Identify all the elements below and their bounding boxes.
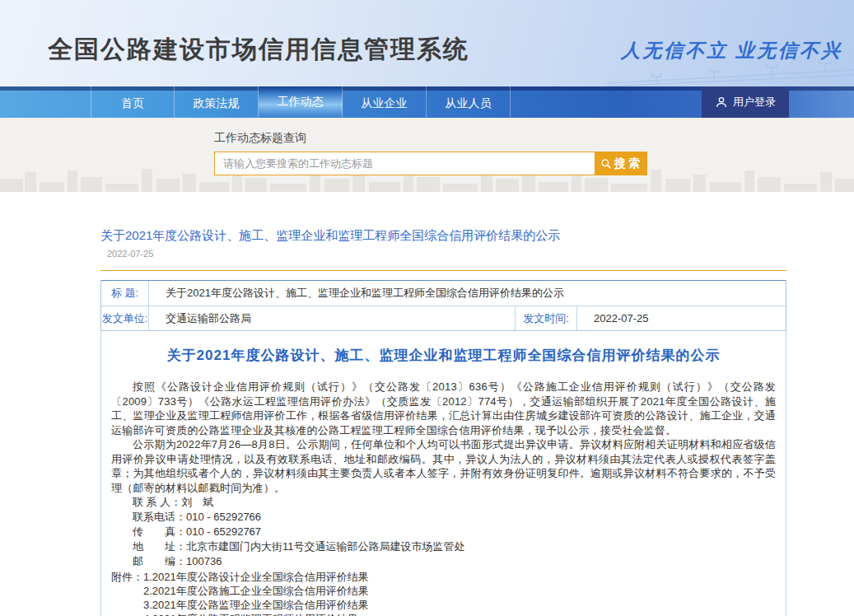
attachment-item: 4.2021年度公路工程监理工程师信用评价结果 (111, 612, 776, 616)
article-heading: 关于2021年度公路设计、施工、监理企业和监理工程师全国综合信用评价结果的公示 (111, 346, 776, 365)
user-login-label: 用户登录 (733, 95, 776, 110)
nav-tab-enterprises[interactable]: 从业企业 (343, 86, 427, 118)
user-login-button[interactable]: 用户登录 (702, 86, 789, 118)
article-paragraph: 按照《公路设计企业信用评价规则（试行）》（交公路发〔2013〕636号）《公路施… (111, 380, 776, 437)
nav-tab-work-news[interactable]: 工作动态 (259, 86, 343, 118)
nav-tab-policies[interactable]: 政策法规 (175, 86, 259, 118)
contact-phone: 联系电话：010 - 65292766 (111, 510, 776, 525)
search-button-label: 搜索 (614, 156, 642, 171)
search-button[interactable]: 搜索 (595, 152, 647, 175)
search-icon (600, 158, 612, 170)
search-label: 工作动态标题查询 (214, 131, 675, 146)
attachment-item: 2.2021年度公路施工企业全国综合信用评价结果 (111, 584, 776, 598)
site-title: 全国公路建设市场信用信息管理系统 (48, 33, 469, 67)
user-icon (715, 96, 728, 109)
article-paragraph: 公示期为2022年7月26—8月8日。公示期间，任何单位和个人均可以书面形式提出… (111, 437, 776, 495)
attachment-item: 1.2021年度公路设计企业全国综合信用评价结果 (143, 570, 369, 584)
attachment-item: 3.2021年度公路监理企业全国综合信用评价结果 (111, 598, 776, 612)
search-form: 工作动态标题查询 搜索 (214, 131, 675, 175)
meta-title-value: 关于2021年度公路设计、施工、监理企业和监理工程师全国综合信用评价结果的公示 (149, 281, 786, 306)
attachments-label: 附件： (111, 570, 143, 584)
attachment-list: 附件： 1.2021年度公路设计企业全国综合信用评价结果 2.2021年度公路施… (111, 570, 776, 616)
contact-fax: 传 真：010 - 65292767 (111, 525, 776, 539)
article-page: 关于2021年度公路设计、施工、监理企业和监理工程师全国综合信用评价结果的公示 … (100, 192, 786, 616)
contact-zipcode: 邮 编：100736 (111, 554, 776, 569)
bridge-sketch-decoration (607, 45, 854, 86)
main-nav: 首页 政策法规 工作动态 从业企业 从业人员 用户登录 (0, 86, 854, 118)
meta-title-label: 标 题: (101, 281, 149, 306)
nav-tab-personnel[interactable]: 从业人员 (427, 86, 511, 118)
meta-unit-value: 交通运输部公路局 (149, 306, 516, 330)
search-section: 工作动态标题查询 搜索 (0, 118, 854, 192)
orange-divider (100, 270, 786, 271)
meta-date-value: 2022-07-25 (577, 306, 786, 330)
article-body: 关于2021年度公路设计、施工、监理企业和监理工程师全国综合信用评价结果的公示 … (100, 331, 786, 616)
meta-unit-label: 发文单位: (101, 306, 149, 330)
contact-address: 地 址：北京市建国门内大街11号交通运输部公路局建设市场监管处 (111, 539, 776, 554)
search-input[interactable] (214, 152, 595, 175)
meta-date-label: 发文时间: (516, 306, 577, 330)
article-title-link[interactable]: 关于2021年度公路设计、施工、监理企业和监理工程师全国综合信用评价结果的公示 (100, 228, 560, 244)
article-list-date: 2022-07-25 (107, 249, 786, 259)
site-header: 全国公路建设市场信用信息管理系统 人无信不立 业无信不兴 (0, 0, 854, 86)
contact-person: 联 系 人：刘 斌 (111, 495, 776, 510)
article-meta-table: 标 题: 关于2021年度公路设计、施工、监理企业和监理工程师全国综合信用评价结… (100, 280, 786, 331)
nav-tab-home[interactable]: 首页 (91, 86, 175, 118)
nav-tabs: 首页 政策法规 工作动态 从业企业 从业人员 (91, 86, 511, 118)
